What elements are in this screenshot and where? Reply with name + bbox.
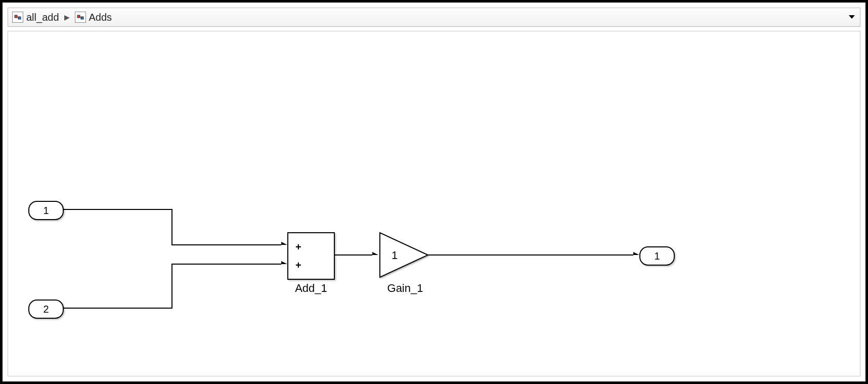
signal-wires: 1 [8, 31, 860, 376]
svg-marker-7 [281, 242, 287, 248]
diagram-canvas[interactable]: 1 2 + + Add_1 Gain_1 1 [8, 31, 860, 376]
svg-rect-1 [18, 17, 21, 19]
svg-marker-10 [372, 252, 378, 258]
svg-rect-0 [15, 15, 17, 18]
svg-rect-4 [81, 17, 83, 19]
gain-block[interactable] [380, 233, 428, 277]
window-frame: all_add ▶ Adds 1 2 + + Add_1 Gain_1 1 [0, 0, 868, 384]
svg-marker-8 [281, 261, 287, 267]
svg-marker-6 [849, 15, 855, 19]
model-icon [12, 12, 23, 23]
breadcrumb-bar: all_add ▶ Adds [8, 8, 860, 27]
breadcrumb-current[interactable]: Adds [89, 12, 112, 23]
breadcrumb-dropdown-icon[interactable] [848, 12, 856, 23]
svg-marker-12 [633, 252, 639, 258]
gain-value: 1 [392, 249, 398, 262]
breadcrumb-root[interactable]: all_add [26, 12, 59, 23]
svg-rect-3 [77, 15, 80, 18]
breadcrumb-separator-icon: ▶ [64, 13, 70, 21]
subsystem-icon [75, 12, 86, 23]
